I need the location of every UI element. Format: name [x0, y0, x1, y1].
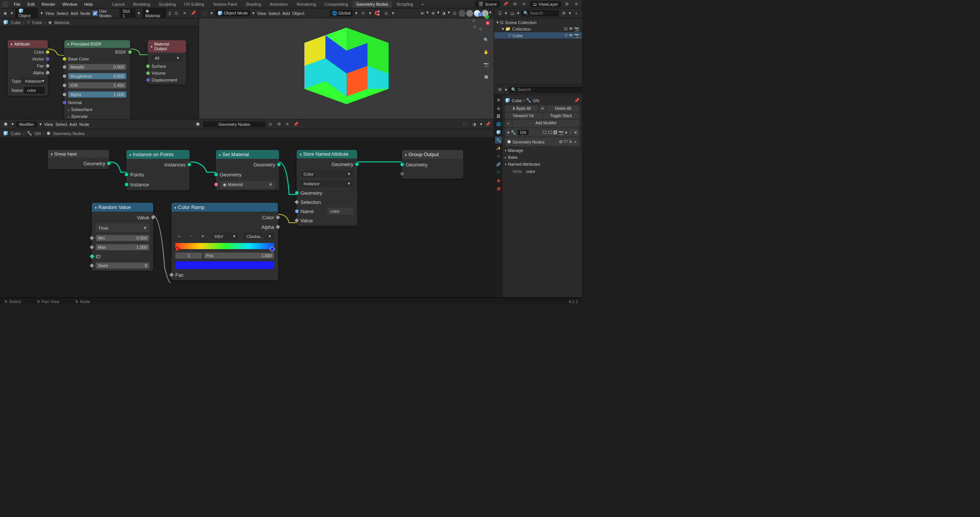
pin-icon[interactable]: 📌 [574, 98, 580, 103]
outliner-type-icon[interactable]: ☰ [497, 10, 503, 17]
tab-animation[interactable]: Animation [266, 1, 292, 8]
modifier-header[interactable]: ▾ 🔧 GN🖵 🖵 🖾 📷 ▾ ⋮ ✕ [505, 128, 580, 137]
shader-add[interactable]: Add [70, 11, 78, 16]
node-random-value[interactable]: Random Value Value Float▾ Min0.000 Max1.… [92, 203, 153, 271]
geo-modifier-select[interactable]: Modifier [16, 121, 37, 127]
crumb-ng[interactable]: Geometry Nodes [53, 131, 85, 136]
tree-cube[interactable]: ▽ Cube▽ 👁 📷 [494, 32, 582, 39]
crumb-obj[interactable]: Cube [11, 131, 21, 136]
tab-data[interactable]: ▽ [495, 169, 502, 176]
props-type-icon[interactable]: ⚙ [497, 86, 503, 93]
close-icon[interactable]: ✕ [521, 1, 528, 8]
crumb-mod[interactable]: GN [34, 131, 41, 136]
node-principled-bsdf[interactable]: Principled BSDF BSDF Base Color Metallic… [64, 40, 130, 119]
persp-icon[interactable]: ▦ [482, 72, 491, 81]
mode-select[interactable]: 🧊 Object Mode [215, 10, 250, 16]
node-set-material[interactable]: Set Material Geometry Geometry ◉ Materia… [216, 150, 279, 190]
geo-node[interactable]: Node [79, 122, 89, 127]
shield-icon[interactable]: ⊙ [173, 10, 180, 17]
vp-view[interactable]: View [257, 11, 266, 16]
outliner-search[interactable]: 🔍 Search [521, 10, 559, 16]
tab-viewlayer[interactable]: 🖼 [495, 113, 502, 119]
editor-type-icon[interactable]: ⬢ [2, 121, 9, 128]
ramp-color-swatch[interactable] [175, 261, 274, 269]
tab-material[interactable]: ◉ [495, 177, 502, 184]
menu-file[interactable]: File [11, 1, 24, 8]
ramp-add-icon[interactable]: ＋ [175, 233, 182, 240]
3d-viewport[interactable]: ⬚▾ 🧊 Object Mode▾ View Select Add Object… [199, 8, 494, 119]
menu-window[interactable]: Window [59, 1, 80, 8]
tab-render[interactable]: ⚙ [495, 96, 502, 103]
node-material-output[interactable]: Material Output All▾ Surface Volume Disp… [148, 40, 186, 84]
visibility-icon[interactable]: 👁 [419, 10, 426, 17]
section-named-attrs[interactable]: Named Attributes [505, 161, 580, 168]
crumb-obj[interactable]: Cube [11, 20, 21, 25]
tab-geonodes[interactable]: Geometry Nodes [353, 1, 392, 8]
tab-sculpting[interactable]: Sculpting [155, 1, 180, 8]
tab-scene[interactable]: 🌐 [495, 121, 502, 127]
vp-select[interactable]: Select [268, 11, 280, 16]
shader-select[interactable]: Select [57, 11, 69, 16]
add-icon[interactable]: ＋ [505, 120, 512, 127]
use-nodes-toggle[interactable]: Use Nodes [93, 9, 117, 18]
geo-add[interactable]: Add [69, 122, 77, 127]
add-modifier-button[interactable]: Add Modifier [513, 120, 580, 127]
node-attribute[interactable]: Attribute Color Vector Fac Alpha Type:In… [8, 40, 48, 96]
node-color-ramp[interactable]: Color Ramp Color Alpha ＋ － ▾ HSV▾ Clockw… [172, 203, 278, 280]
color-ramp-gradient[interactable] [175, 243, 274, 249]
ss-icon[interactable]: ⬚ [462, 121, 469, 128]
node-group-output[interactable]: Group Output Geometry [402, 150, 463, 179]
menu-edit[interactable]: Edit [24, 1, 38, 8]
slot-select[interactable]: Slot 1 [119, 8, 135, 19]
pin-geo-icon[interactable]: 📌 [485, 121, 492, 128]
gizmo-icon[interactable]: ⊕ [430, 10, 436, 17]
tab-physics[interactable]: ⚛ [495, 153, 502, 160]
ramp-remove-icon[interactable]: － [188, 233, 194, 240]
geo-select[interactable]: Select [56, 122, 67, 127]
nav-gizmo[interactable]: YZX [471, 12, 490, 31]
apply-all-button[interactable]: ⬇ Apply All [505, 105, 538, 112]
vp-add[interactable]: Add [283, 11, 290, 16]
new-collection-icon[interactable]: ＋ [573, 10, 580, 17]
material-users[interactable]: 2 [168, 11, 171, 16]
menu-help[interactable]: Help [81, 1, 96, 8]
tab-modifier[interactable]: 🔧 [495, 137, 502, 144]
tab-shading[interactable]: Shading [242, 1, 265, 8]
editor-type-icon[interactable]: ⬚ [201, 10, 208, 17]
scene-field[interactable]: 🎬 Scene [475, 1, 500, 7]
pin-icon[interactable]: 📌 [292, 121, 299, 128]
unlink-icon[interactable]: ✕ [182, 10, 188, 17]
tab-modeling[interactable]: Modeling [129, 1, 154, 8]
unlink-icon[interactable]: ✕ [284, 121, 291, 128]
tree-collection[interactable]: ▾ 📁 Collection☑ 👁 📷 [494, 26, 582, 32]
tab-output[interactable]: 🖨 [495, 104, 502, 111]
node-group-input[interactable]: Group Input Geometry [48, 150, 109, 169]
pan-icon[interactable]: ✋ [482, 47, 491, 57]
zoom-icon[interactable]: 🔍 [482, 35, 491, 44]
tab-particles[interactable]: ✨ [495, 145, 502, 152]
section-manage[interactable]: Manage [505, 147, 580, 154]
nodegroup-name[interactable]: Geometry Nodes [203, 121, 265, 127]
close-icon[interactable]: ✕ [269, 182, 272, 187]
display-mode-icon[interactable]: 🗂 [509, 10, 516, 17]
viewlayer-close-icon[interactable]: ✕ [573, 1, 580, 8]
shading-wireframe[interactable] [459, 10, 466, 17]
tab-layout[interactable]: Layout [108, 1, 129, 8]
tab-scripting[interactable]: Scripting [393, 1, 417, 8]
xray-icon[interactable]: ⊡ [451, 10, 458, 17]
delete-all-button[interactable]: Delete All [547, 105, 580, 112]
toggle-stack-button[interactable]: Toggle Stack [543, 113, 580, 119]
tab-compositing[interactable]: Compositing [321, 1, 352, 8]
viewlayer-copy-icon[interactable]: ⧉ [564, 1, 570, 8]
menu-render[interactable]: Render [39, 1, 59, 8]
node-instance-on-points[interactable]: Instance on Points Instances Points Inst… [126, 150, 189, 190]
filter-icon[interactable]: ⚙ [560, 10, 567, 17]
vp-object[interactable]: Object [292, 11, 304, 16]
overlay-icon[interactable]: ◑ [471, 121, 478, 128]
tree-scene-collection[interactable]: ▾ ⊡ Scene Collection [494, 19, 582, 26]
apply-close-icon[interactable]: ✕ [539, 105, 546, 112]
node-store-named-attribute[interactable]: Store Named Attribute Geometry Color▾ In… [297, 150, 357, 226]
ramp-menu-icon[interactable]: ▾ [199, 233, 206, 240]
editor-type-icon[interactable]: ◉ [2, 10, 8, 17]
shield-icon[interactable]: ⊙ [267, 121, 274, 128]
